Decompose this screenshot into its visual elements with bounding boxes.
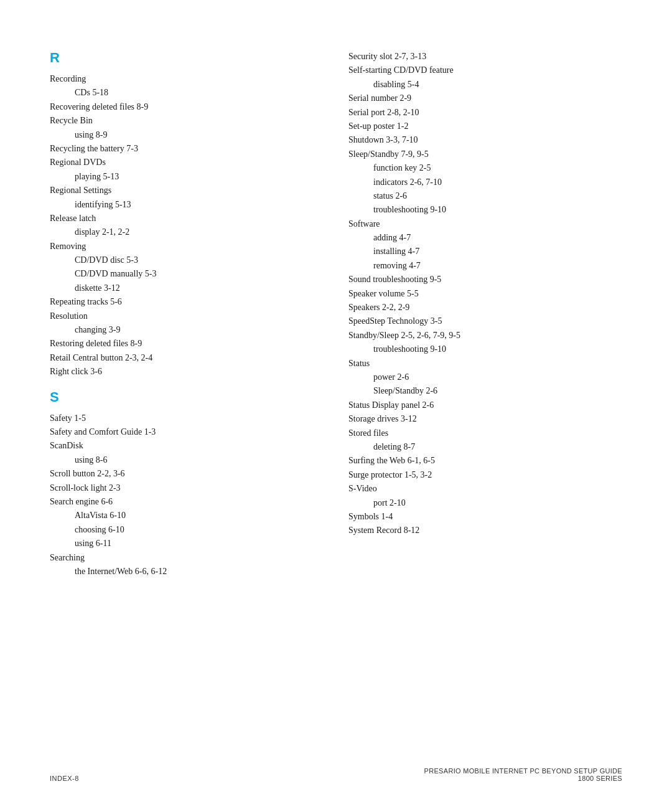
index-entry: deleting 8-7: [373, 440, 622, 454]
index-entry: Speaker volume 5-5: [348, 287, 622, 301]
section-block: RRecordingCDs 5-18Recovering deleted fil…: [50, 50, 324, 379]
index-entry: Recycle Bin: [50, 114, 324, 128]
index-entry: Status Display panel 2-6: [348, 399, 622, 412]
index-entry: Stored files: [348, 427, 622, 440]
index-entry: ScanDisk: [50, 439, 324, 453]
footer-page-number: Index-8: [50, 775, 79, 782]
index-entry: port 2-10: [373, 496, 622, 510]
footer-title-line1: Presario Mobile Internet PC Beyond Setup…: [424, 767, 622, 775]
content-columns: RRecordingCDs 5-18Recovering deleted fil…: [50, 50, 622, 588]
index-entry: Status: [348, 357, 622, 370]
index-entry: System Record 8-12: [348, 524, 622, 537]
section-letter-s: S: [50, 389, 324, 405]
index-entry: Right click 3-6: [50, 365, 324, 379]
index-entry: display 2-1, 2-2: [75, 225, 324, 239]
index-entry: Symbols 1-4: [348, 510, 622, 524]
right-column: Security slot 2-7, 3-13Self-starting CD/…: [348, 50, 622, 588]
index-entry: AltaVista 6-10: [75, 509, 324, 522]
index-entry: Sleep/Standby 2-6: [373, 384, 622, 398]
index-entry: Self-starting CD/DVD feature: [348, 64, 622, 77]
index-entry: status 2-6: [373, 189, 622, 203]
index-entry: troubleshooting 9-10: [373, 203, 622, 217]
index-entry: troubleshooting 9-10: [373, 342, 622, 356]
index-entry: using 8-9: [75, 128, 324, 142]
index-entry: Safety and Comfort Guide 1-3: [50, 425, 324, 439]
index-entry: Speakers 2-2, 2-9: [348, 301, 622, 314]
index-entry: Serial port 2-8, 2-10: [348, 106, 622, 120]
index-entry: Retail Central button 2-3, 2-4: [50, 351, 324, 365]
index-entry: Safety 1-5: [50, 412, 324, 425]
section-letter-r: R: [50, 50, 324, 66]
index-entry: S-Video: [348, 482, 622, 496]
index-entry: Recording: [50, 72, 324, 86]
index-entry: Serial number 2-9: [348, 92, 622, 105]
index-entry: identifying 5-13: [75, 198, 324, 212]
index-entry: Resolution: [50, 309, 324, 323]
index-entry: Software: [348, 217, 622, 231]
index-entry: CD/DVD manually 5-3: [75, 267, 324, 281]
index-entry: Scroll button 2-2, 3-6: [50, 467, 324, 481]
index-entry: changing 3-9: [75, 323, 324, 337]
index-entry: using 8-6: [75, 453, 324, 467]
page-footer: Index-8 Presario Mobile Internet PC Beyo…: [50, 767, 622, 782]
index-entry: SpeedStep Technology 3-5: [348, 314, 622, 328]
index-entry: Security slot 2-7, 3-13: [348, 50, 622, 64]
index-entry: CDs 5-18: [75, 86, 324, 100]
index-entry: diskette 3-12: [75, 281, 324, 295]
index-entry: Scroll-lock light 2-3: [50, 481, 324, 495]
index-entry: disabling 5-4: [373, 78, 622, 92]
index-entry: Surfing the Web 6-1, 6-5: [348, 454, 622, 468]
index-entry: indicators 2-6, 7-10: [373, 176, 622, 189]
index-entry: power 2-6: [373, 370, 622, 384]
index-entry: Recycling the battery 7-3: [50, 142, 324, 156]
index-entry: the Internet/Web 6-6, 6-12: [75, 565, 324, 578]
index-entry: Removing: [50, 240, 324, 253]
footer-title: Presario Mobile Internet PC Beyond Setup…: [424, 767, 622, 782]
index-entry: using 6-11: [75, 537, 324, 550]
page: RRecordingCDs 5-18Recovering deleted fil…: [0, 0, 672, 807]
index-entry: playing 5-13: [75, 170, 324, 184]
index-entry: choosing 6-10: [75, 523, 324, 537]
index-entry: installing 4-7: [373, 245, 622, 258]
index-entry: Storage drives 3-12: [348, 412, 622, 426]
index-entry: Sound troubleshooting 9-5: [348, 273, 622, 286]
section-block: SSafety 1-5Safety and Comfort Guide 1-3S…: [50, 389, 324, 579]
left-column: RRecordingCDs 5-18Recovering deleted fil…: [50, 50, 324, 588]
index-entry: Searching: [50, 551, 324, 565]
index-entry: Search engine 6-6: [50, 495, 324, 509]
index-entry: Release latch: [50, 212, 324, 225]
index-entry: Regional DVDs: [50, 156, 324, 169]
footer-title-line2: 1800 Series: [424, 775, 622, 782]
index-entry: Restoring deleted files 8-9: [50, 337, 324, 351]
index-entry: Sleep/Standby 7-9, 9-5: [348, 148, 622, 161]
index-entry: adding 4-7: [373, 231, 622, 245]
index-entry: Set-up poster 1-2: [348, 120, 622, 133]
index-entry: function key 2-5: [373, 161, 622, 175]
index-entry: Shutdown 3-3, 7-10: [348, 133, 622, 147]
section-block: Security slot 2-7, 3-13Self-starting CD/…: [348, 50, 622, 538]
index-entry: removing 4-7: [373, 259, 622, 273]
index-entry: Standby/Sleep 2-5, 2-6, 7-9, 9-5: [348, 329, 622, 342]
index-entry: Surge protector 1-5, 3-2: [348, 468, 622, 482]
index-entry: Recovering deleted files 8-9: [50, 100, 324, 114]
index-entry: CD/DVD disc 5-3: [75, 253, 324, 267]
index-entry: Repeating tracks 5-6: [50, 295, 324, 309]
index-entry: Regional Settings: [50, 184, 324, 197]
